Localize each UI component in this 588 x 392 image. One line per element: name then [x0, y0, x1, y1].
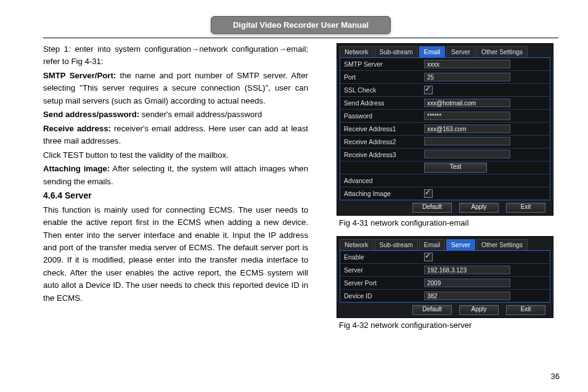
label-recv1: Receive Address1	[340, 124, 422, 134]
tab-substream[interactable]: Sub-stream	[375, 239, 418, 250]
attach-bold: Attaching image:	[43, 164, 110, 173]
email-config-panel: Network Sub-stream Email Server Other Se…	[337, 43, 553, 216]
default-button[interactable]: Default	[412, 203, 452, 213]
step-line: Step 1: enter into system configuration→…	[43, 43, 308, 68]
label-port: Port	[340, 72, 422, 82]
exit-button[interactable]: Exit	[506, 203, 545, 213]
field-device-id[interactable]: 382	[424, 292, 510, 300]
field-smtp-server[interactable]: xxxx	[424, 60, 510, 68]
email-button-bar: Default Apply Exit	[337, 200, 553, 215]
row-advanced: Advanced	[340, 174, 550, 187]
label-server: Server	[340, 265, 422, 275]
field-send-address[interactable]: xxx@hotmail.com	[424, 99, 510, 107]
row-recv1: Receive Address1 xxx@163.com	[340, 122, 550, 135]
test-line: Click TEST button to test the validity o…	[43, 149, 308, 161]
server-button-bar: Default Apply Exit	[337, 303, 553, 317]
apply-button[interactable]: Apply	[459, 305, 499, 315]
row-device-id: Device ID 382	[340, 289, 550, 302]
recv-bold: Receive address:	[43, 124, 111, 133]
server-paragraph: This function is mainly used for connect…	[43, 204, 308, 305]
tab-network[interactable]: Network	[340, 46, 374, 57]
row-recv3: Receive Address3	[340, 148, 550, 161]
row-attaching-image: Attaching Image	[340, 187, 550, 200]
page-number: 36	[551, 372, 560, 381]
label-device-id: Device ID	[340, 291, 422, 301]
attach-para: Attaching image: After selecting it, the…	[43, 163, 308, 188]
label-recv3: Receive Address3	[340, 150, 422, 160]
server-table: Enable Server 192.168.3.123 Server Port …	[340, 250, 550, 303]
server-tabs: Network Sub-stream Email Server Other Se…	[337, 237, 553, 250]
field-password[interactable]: ******	[424, 112, 510, 120]
send-text: sender's email address/password	[139, 110, 262, 119]
default-button[interactable]: Default	[412, 305, 452, 315]
field-server-port[interactable]: 2009	[424, 279, 510, 287]
label-advanced: Advanced	[340, 176, 422, 186]
label-enable: Enable	[340, 252, 422, 262]
checkbox-attach-image[interactable]	[424, 189, 433, 198]
fig431-caption: Fig 4-31 network configuration-email	[339, 218, 558, 227]
checkbox-enable[interactable]	[424, 253, 433, 261]
checkbox-ssl[interactable]	[424, 86, 433, 94]
row-port: Port 25	[340, 70, 550, 83]
heading-464-server: 4.6.4 Server	[43, 189, 308, 203]
row-send-address: Send Address xxx@hotmail.com	[340, 96, 550, 109]
email-table: SMTP Server xxxx Port 25 SSL Check Send …	[340, 57, 550, 200]
tab-network[interactable]: Network	[340, 239, 374, 250]
field-server[interactable]: 192.168.3.123	[424, 266, 510, 274]
label-blank-test	[340, 166, 422, 169]
apply-button[interactable]: Apply	[459, 203, 499, 213]
tab-email[interactable]: Email	[419, 239, 445, 250]
tab-email[interactable]: Email	[419, 46, 445, 57]
label-server-port: Server Port	[340, 278, 422, 288]
row-enable: Enable	[340, 251, 550, 263]
label-ssl-check: SSL Check	[340, 85, 422, 95]
field-recv1[interactable]: xxx@163.com	[424, 125, 510, 133]
exit-button[interactable]: Exit	[506, 305, 545, 315]
row-server-port: Server Port 2009	[340, 276, 550, 289]
row-server: Server 192.168.3.123	[340, 263, 550, 276]
row-smtp-server: SMTP Server xxxx	[340, 58, 550, 70]
field-recv2[interactable]	[424, 137, 510, 145]
label-password: Password	[340, 111, 422, 121]
send-para: Send address/password: sender's email ad…	[43, 108, 308, 121]
email-tabs: Network Sub-stream Email Server Other Se…	[337, 44, 553, 57]
test-button[interactable]: Test	[424, 163, 487, 173]
field-port[interactable]: 25	[424, 73, 510, 81]
columns: Step 1: enter into system configuration→…	[43, 43, 558, 338]
tab-server[interactable]: Server	[446, 46, 475, 57]
left-column: Step 1: enter into system configuration→…	[43, 43, 308, 338]
row-test: Test	[340, 161, 550, 174]
page: Digital Video Recorder User Manual Step …	[0, 0, 588, 392]
tab-other-settings[interactable]: Other Settings	[476, 239, 528, 250]
label-attaching: Attaching Image	[340, 189, 422, 198]
right-column: Network Sub-stream Email Server Other Se…	[323, 43, 558, 338]
smtp-para: SMTP Server/Port: the name and port numb…	[43, 70, 308, 107]
row-password: Password ******	[340, 109, 550, 122]
row-ssl-check: SSL Check	[340, 83, 550, 96]
smtp-bold: SMTP Server/Port:	[43, 71, 116, 80]
label-smtp-server: SMTP Server	[340, 59, 422, 69]
send-bold: Send address/password:	[43, 110, 139, 119]
label-recv2: Receive Address2	[340, 137, 422, 147]
row-recv2: Receive Address2	[340, 135, 550, 148]
header-rule	[43, 38, 558, 38]
label-send-address: Send Address	[340, 98, 422, 108]
tab-server[interactable]: Server	[446, 239, 475, 250]
recv-para: Receive address: receiver's email addres…	[43, 123, 308, 148]
fig432-caption: Fig 4-32 network configuration-server	[339, 321, 558, 330]
server-config-panel: Network Sub-stream Email Server Other Se…	[337, 236, 553, 318]
tab-other-settings[interactable]: Other Settings	[476, 46, 528, 57]
field-recv3[interactable]	[424, 150, 510, 158]
header-pill: Digital Video Recorder User Manual	[211, 16, 391, 34]
tab-substream[interactable]: Sub-stream	[375, 46, 418, 57]
